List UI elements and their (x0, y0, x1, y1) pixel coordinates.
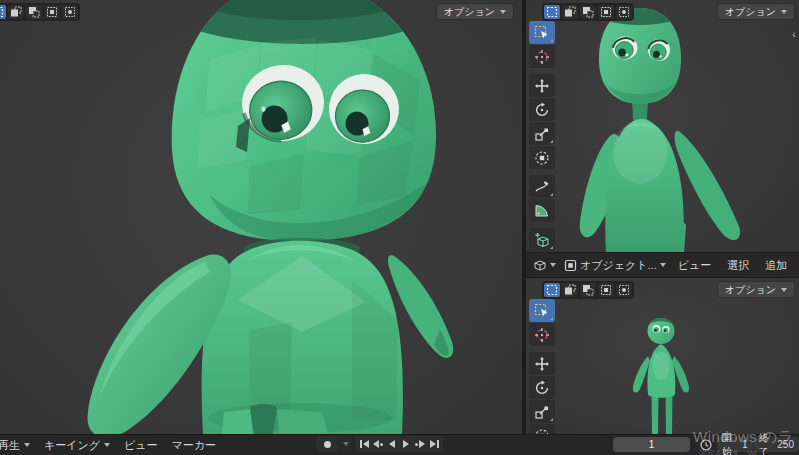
next-keyframe-button[interactable] (413, 437, 427, 451)
scale-icon (534, 404, 550, 420)
tool-submenu-indicator (550, 317, 553, 320)
select-mode-subtract-button[interactable] (580, 283, 596, 297)
select-mode-extend-button[interactable] (8, 5, 24, 19)
select-mode-subtract-button[interactable] (580, 5, 596, 19)
select-subtract-icon (582, 6, 594, 18)
viewport-3d-bottom-right[interactable]: オプション (526, 278, 799, 434)
tool-annotate-button[interactable] (529, 175, 555, 198)
menu-view[interactable]: ビュー (670, 258, 720, 273)
frame-range-group: 開始 1 終了 250 (717, 437, 799, 452)
tool-cursor-button[interactable] (529, 323, 555, 346)
character-model-small[interactable] (526, 278, 799, 434)
start-frame-label: 開始 (722, 431, 738, 455)
keying-label: キーイング (44, 438, 100, 453)
select-mode-invert-button[interactable] (598, 283, 614, 297)
tool-rotate-button[interactable] (529, 376, 555, 399)
select-mode-set-button[interactable] (544, 5, 560, 19)
chevron-down-icon (24, 443, 30, 447)
transport-group (355, 436, 443, 452)
auto-keying-record-button[interactable] (316, 436, 338, 452)
select-subtract-icon (582, 284, 594, 296)
tool-select-box-button[interactable] (529, 21, 555, 44)
menu-select[interactable]: 選択 (719, 258, 757, 273)
tool-add-cube-button[interactable] (529, 228, 555, 251)
chevron-down-icon (781, 288, 787, 292)
select-mode-set-button[interactable] (544, 283, 560, 297)
jump-to-end-button[interactable] (427, 437, 441, 451)
end-frame-field[interactable]: 終了 250 (754, 437, 799, 452)
viewport-3d-top-right[interactable]: オプション (526, 0, 799, 252)
select-mode-intersect-button[interactable] (62, 5, 78, 19)
prev-keyframe-button[interactable] (371, 437, 385, 451)
select-set-icon (546, 284, 558, 296)
add-cube-icon (534, 232, 550, 248)
endpoint-bar-icon (437, 440, 439, 448)
select-mode-extend-button[interactable] (562, 5, 578, 19)
select-box-icon (534, 25, 550, 41)
end-frame-value: 250 (777, 439, 794, 450)
view-menu[interactable]: ビュー (117, 438, 165, 453)
select-mode-set-button[interactable] (0, 5, 6, 19)
mode-label: オブジェクト... (580, 258, 657, 273)
mode-dropdown[interactable]: オブジェクト... (560, 258, 670, 273)
select-mode-intersect-button[interactable] (616, 5, 632, 19)
record-icon (324, 441, 331, 448)
tool-scale-button[interactable] (529, 122, 555, 145)
tool-submenu-indicator (550, 140, 553, 143)
keying-menu[interactable]: キーイング (37, 438, 117, 453)
tool-rotate-button[interactable] (529, 98, 555, 121)
jump-to-start-button[interactable] (357, 437, 371, 451)
tool-submenu-indicator (550, 418, 553, 421)
character-model-closeup[interactable] (0, 0, 522, 434)
start-frame-field[interactable]: 開始 1 (717, 437, 754, 452)
options-dropdown[interactable]: オプション (436, 3, 514, 20)
select-set-icon (0, 6, 4, 18)
chevron-down-icon (500, 10, 506, 14)
rotate-icon (534, 380, 550, 396)
scale-icon (534, 126, 550, 142)
tool-submenu-indicator (550, 193, 553, 196)
select-mode-extend-button[interactable] (562, 283, 578, 297)
annotate-pen-icon (534, 179, 550, 195)
select-mode-invert-button[interactable] (598, 5, 614, 19)
tool-move-button[interactable] (529, 352, 555, 375)
select-subtract-icon (28, 6, 40, 18)
select-intersect-icon (618, 6, 630, 18)
editor-type-selector[interactable] (529, 258, 560, 272)
play-reverse-button[interactable] (385, 437, 399, 451)
sidebar-toggle-arrow[interactable]: ‹ (789, 28, 799, 42)
options-label: オプション (725, 283, 776, 297)
select-mode-invert-button[interactable] (44, 5, 60, 19)
tool-transform-button[interactable] (529, 424, 555, 434)
tool-select-box-button[interactable] (529, 299, 555, 322)
select-extend-icon (564, 284, 576, 296)
keying-set-dropdown[interactable] (339, 436, 352, 452)
options-dropdown[interactable]: オプション (717, 3, 795, 20)
tool-transform-button[interactable] (529, 146, 555, 169)
select-box-icon (534, 303, 550, 319)
select-intersect-icon (64, 6, 76, 18)
play-button[interactable] (399, 437, 413, 451)
playback-label: 再生 (0, 438, 20, 453)
triangle-right-icon (430, 440, 436, 448)
chevron-down-icon (343, 442, 349, 446)
marker-menu[interactable]: マーカー (165, 438, 224, 453)
playback-menu[interactable]: 再生 (0, 438, 37, 453)
tool-cursor-button[interactable] (529, 45, 555, 68)
options-dropdown[interactable]: オプション (717, 281, 795, 298)
select-mode-subtract-button[interactable] (26, 5, 42, 19)
editor-type-icon (533, 258, 547, 272)
tool-measure-button[interactable] (529, 199, 555, 222)
menu-object[interactable]: オブジェクト (795, 258, 799, 273)
select-mode-intersect-button[interactable] (616, 283, 632, 297)
chevron-down-icon (104, 443, 110, 447)
tool-move-button[interactable] (529, 74, 555, 97)
character-model-front[interactable] (526, 0, 799, 252)
preview-range-toggle[interactable] (697, 437, 715, 452)
current-frame-field[interactable]: 1 (613, 437, 690, 452)
triangle-left-icon (363, 440, 369, 448)
viewport-3d-main[interactable]: オプション (0, 0, 522, 434)
select-intersect-icon (618, 284, 630, 296)
tool-scale-button[interactable] (529, 400, 555, 423)
menu-add[interactable]: 追加 (757, 258, 795, 273)
